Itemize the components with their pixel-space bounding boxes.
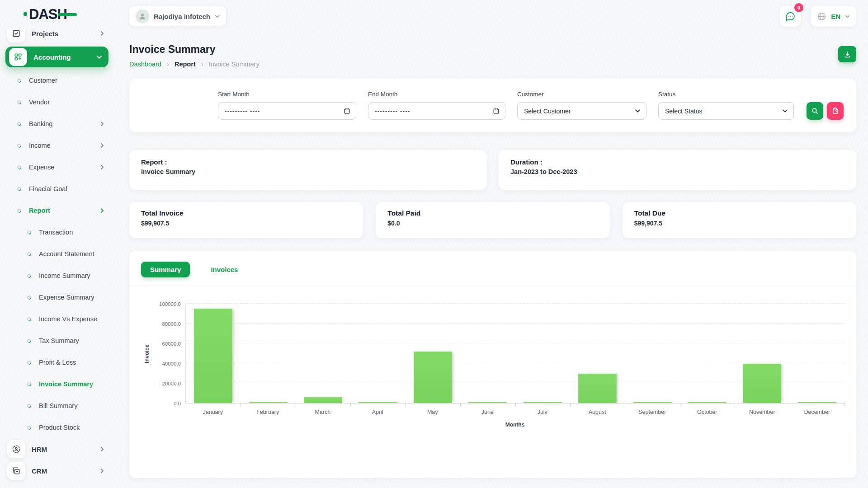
start-month-input[interactable]: --------- ---- (218, 102, 356, 120)
sidebar-item-label: Expense (29, 164, 99, 171)
sidebar-item-bill-summary[interactable]: Bill Summary (0, 395, 114, 417)
bullet-icon (26, 295, 32, 300)
end-month-input[interactable]: --------- ---- (368, 102, 505, 120)
info-row: Report : Invoice Summary Duration : Jan-… (129, 150, 856, 190)
sidebar-item-invoice-summary[interactable]: Invoice Summary (0, 373, 114, 395)
sidebar-item-income-vs-expense[interactable]: Income Vs Expense (0, 308, 114, 330)
stat-value: $99,907.5 (634, 220, 844, 227)
sidebar-item-label: Tax Summary (39, 337, 105, 344)
x-tick-label: February (241, 409, 296, 415)
x-axis-tick (515, 403, 516, 406)
app-root: DASH ProjectsAccountingCustomerVendorBan… (0, 0, 868, 488)
y-tick-label: 0.0 (174, 401, 181, 406)
x-tick-label: December (790, 409, 845, 415)
bar-september[interactable] (633, 402, 672, 403)
bar-slot-december (790, 304, 844, 403)
tab-invoices[interactable]: Invoices (202, 262, 247, 277)
y-axis-ticks: 0.020000.040000.060000.080000.0100000.0 (153, 304, 185, 404)
sidebar-item-transaction[interactable]: Transaction (0, 221, 114, 243)
bullet-icon (16, 143, 22, 149)
x-tick-label: July (515, 409, 570, 415)
logo-text: DASH (29, 6, 67, 23)
sidebar-item-banking[interactable]: Banking (0, 113, 114, 135)
notifications-button[interactable]: 0 (780, 6, 801, 27)
bar-january[interactable] (194, 309, 232, 403)
sidebar-item-label: Accounting (33, 53, 96, 61)
sidebar-item-expense[interactable]: Expense (0, 156, 114, 178)
sidebar-item-label: Bill Summary (39, 402, 105, 409)
bar-june[interactable] (468, 402, 507, 403)
bar-april[interactable] (359, 402, 397, 403)
chat-bubble-icon (785, 11, 796, 22)
bar-october[interactable] (688, 402, 726, 403)
chevron-down-icon (845, 14, 850, 19)
bar-slot-september (625, 304, 679, 403)
bullet-icon (26, 316, 32, 322)
status-select[interactable]: Select Status (658, 102, 794, 120)
gridline (186, 303, 844, 304)
sidebar-item-label: Income Vs Expense (39, 315, 105, 323)
company-name: Rajodiya infotech (154, 13, 210, 20)
bar-slot-july (515, 304, 570, 403)
sidebar-item-projects[interactable]: Projects (0, 29, 114, 44)
app-logo[interactable]: DASH (0, 0, 114, 29)
bar-november[interactable] (743, 364, 781, 403)
duration-label: Duration : (510, 158, 844, 166)
filter-field-start-month: Start Month--------- ---- (218, 91, 356, 120)
x-tick-label: May (405, 409, 460, 415)
stat-card-total-paid: Total Paid$0.0 (376, 202, 609, 238)
sidebar-item-label: Projects (32, 30, 99, 38)
sidebar-item-vendor[interactable]: Vendor (0, 91, 114, 113)
grid-plus-icon (9, 48, 27, 66)
bar-december[interactable] (798, 402, 836, 403)
x-tick-label: April (350, 409, 406, 415)
sidebar-item-label: Banking (29, 120, 99, 127)
reset-button[interactable] (827, 102, 844, 120)
sidebar-item-income[interactable]: Income (0, 135, 114, 156)
breadcrumb-separator: › (201, 60, 203, 68)
bullet-icon (16, 186, 22, 192)
x-axis-tick (241, 403, 241, 406)
field-label: End Month (368, 91, 505, 98)
bar-february[interactable] (249, 402, 288, 403)
sidebar-item-product-stock[interactable]: Product Stock (0, 417, 114, 438)
sidebar-item-tax-summary[interactable]: Tax Summary (0, 330, 114, 352)
sidebar-item-income-summary[interactable]: Income Summary (0, 265, 114, 286)
customer-select[interactable]: Select Customer (517, 102, 646, 120)
x-tick-label: January (185, 409, 241, 415)
sidebar-item-customer[interactable]: Customer (0, 70, 114, 91)
language-selector[interactable]: EN (811, 6, 856, 27)
bullet-icon (26, 273, 32, 279)
x-axis-tick (570, 403, 571, 406)
sidebar-item-accounting[interactable]: Accounting (5, 47, 108, 67)
chart-plot-area (185, 304, 844, 404)
tab-summary[interactable]: Summary (141, 262, 190, 277)
sidebar-item-finacial-goal[interactable]: Finacial Goal (0, 178, 114, 200)
download-button[interactable] (838, 46, 856, 62)
bar-march[interactable] (304, 397, 342, 403)
report-info-card: Report : Invoice Summary (129, 150, 487, 190)
bar-slot-may (406, 304, 460, 403)
bar-may[interactable] (414, 352, 452, 403)
user-menu[interactable]: Rajodiya infotech (129, 6, 226, 26)
breadcrumb-item-dashboard[interactable]: Dashboard (129, 61, 161, 68)
bar-slot-june (460, 304, 515, 403)
filter-field-customer: CustomerSelect Customer (517, 91, 646, 120)
sidebar-item-report[interactable]: Report (0, 200, 114, 221)
x-axis-title: Months (185, 422, 844, 428)
avatar (136, 9, 149, 23)
sidebar-item-account-statement[interactable]: Account Statement (0, 243, 114, 265)
page-title: Invoice Summary (129, 43, 259, 56)
y-tick-label: 40000.0 (162, 361, 181, 366)
language-code: EN (831, 13, 840, 20)
search-button[interactable] (807, 102, 823, 120)
sidebar-item-hrm[interactable]: HRM (0, 438, 114, 460)
bar-august[interactable] (578, 374, 617, 403)
sidebar-item-profit-loss[interactable]: Profit & Loss (0, 352, 114, 373)
sidebar-item-expense-summary[interactable]: Expense Summary (0, 286, 114, 308)
sidebar-item-crm[interactable]: CRM (0, 460, 114, 482)
bar-july[interactable] (524, 402, 562, 403)
y-tick-label: 100000.0 (159, 301, 181, 307)
checkbox-icon (7, 29, 25, 42)
sidebar-item-label: CRM (32, 467, 99, 475)
